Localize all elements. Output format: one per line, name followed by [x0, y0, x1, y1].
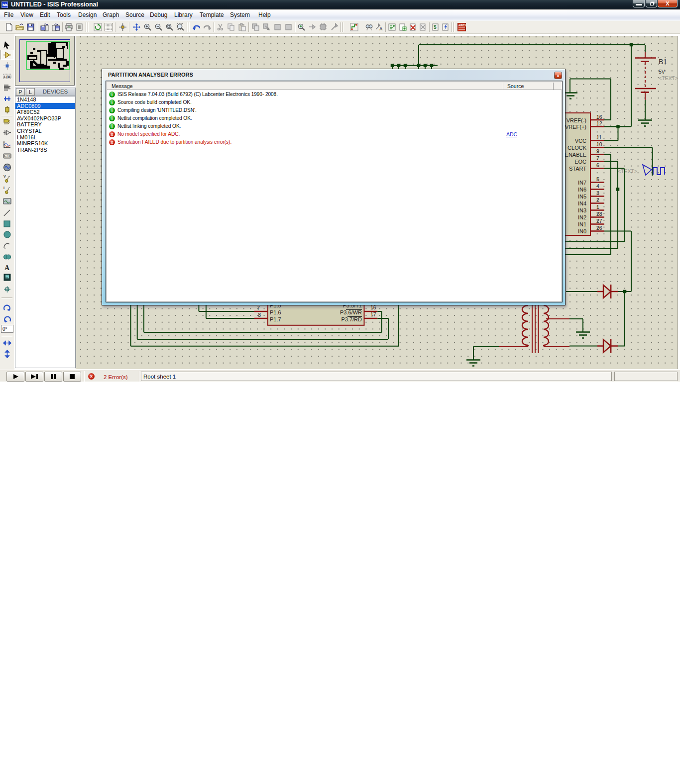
svg-text:ARES: ARES — [458, 24, 466, 27]
svg-text:28: 28 — [596, 211, 602, 217]
svg-text:IN3: IN3 — [578, 207, 586, 213]
svg-text:10: 10 — [596, 141, 602, 147]
svg-text:1: 1 — [596, 204, 599, 210]
svg-text:5V: 5V — [659, 69, 665, 75]
svg-text:e_9: e_9 — [5, 155, 9, 157]
svg-text:P3.7/RD: P3.7/RD — [341, 316, 362, 322]
svg-text:IN6: IN6 — [578, 187, 586, 193]
svg-text:IN0: IN0 — [578, 228, 586, 234]
svg-text:P1.6: P1.6 — [270, 309, 281, 315]
svg-text:A: A — [379, 26, 383, 31]
svg-text:VCC: VCC — [575, 138, 586, 144]
svg-text:B1: B1 — [659, 58, 667, 66]
svg-text:IN5: IN5 — [578, 194, 586, 199]
svg-text:27: 27 — [596, 218, 602, 224]
svg-text:START: START — [569, 166, 586, 172]
svg-text:IN1: IN1 — [578, 221, 586, 227]
svg-text:V: V — [3, 175, 6, 178]
svg-text:<TEXT>: <TEXT> — [659, 75, 678, 81]
svg-text:26: 26 — [596, 225, 602, 231]
svg-text:6: 6 — [596, 162, 599, 168]
svg-text:11: 11 — [596, 134, 602, 140]
svg-text:LBL: LBL — [4, 75, 11, 79]
svg-text:IN7: IN7 — [578, 180, 586, 186]
svg-text:$: $ — [434, 24, 437, 30]
svg-text:2: 2 — [596, 197, 599, 203]
svg-text:ENABLE: ENABLE — [565, 152, 586, 158]
svg-text:7: 7 — [596, 155, 599, 161]
svg-text:<TEXT>: <TEXT> — [618, 168, 637, 174]
svg-text:EOC: EOC — [574, 159, 586, 165]
svg-text:4: 4 — [596, 183, 599, 189]
svg-text:VREF(+): VREF(+) — [565, 124, 586, 130]
svg-text:IN4: IN4 — [578, 200, 586, 206]
svg-text:12: 12 — [596, 120, 602, 126]
svg-text:9: 9 — [596, 148, 599, 154]
svg-text:8: 8 — [258, 312, 261, 318]
svg-text:7: 7 — [257, 305, 260, 311]
svg-text:16: 16 — [596, 114, 602, 120]
svg-text:P1.7: P1.7 — [270, 316, 281, 322]
svg-text:VREF(-): VREF(-) — [567, 117, 586, 123]
svg-text:17: 17 — [370, 311, 376, 317]
svg-text:I: I — [3, 186, 4, 190]
svg-text:A: A — [4, 264, 10, 272]
svg-text:CLOCK: CLOCK — [567, 145, 587, 151]
svg-text:P3.6/WR: P3.6/WR — [340, 309, 362, 315]
svg-text:5: 5 — [596, 176, 599, 182]
svg-text:3: 3 — [596, 190, 599, 196]
svg-text:IN2: IN2 — [578, 214, 586, 220]
